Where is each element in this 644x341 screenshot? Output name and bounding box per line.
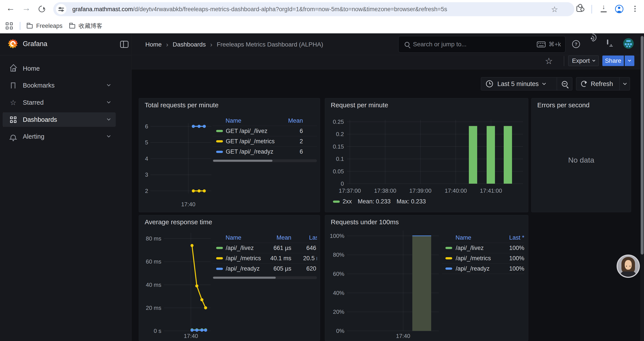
collapse-sidebar-icon[interactable] bbox=[120, 41, 128, 48]
sidebar-item-bookmarks[interactable]: Bookmarks bbox=[3, 78, 116, 93]
floating-assistant-avatar[interactable] bbox=[616, 254, 640, 278]
panel-title[interactable]: Errors per second bbox=[537, 101, 590, 109]
back-icon[interactable]: ← bbox=[4, 3, 17, 13]
svg-text:0.05: 0.05 bbox=[333, 168, 344, 175]
legend-header-mean[interactable]: Mean bbox=[265, 117, 303, 124]
panel-errors-per-second: Errors per second No data bbox=[531, 98, 631, 212]
extensions-icon[interactable] bbox=[576, 6, 582, 12]
grafana-sidebar: Grafana Home Bookmarks ☆ Starred Dashboa… bbox=[0, 33, 132, 341]
star-dashboard-icon[interactable]: ☆ bbox=[545, 56, 553, 66]
home-icon bbox=[9, 66, 17, 72]
refresh-interval-button[interactable] bbox=[620, 78, 630, 90]
legend-header-name[interactable]: Name bbox=[212, 234, 265, 241]
legend-row[interactable]: /api/_/livez 661 µs 646 µs bbox=[212, 243, 317, 253]
legend-table: Name Mean GET /api/_/livez 6 GET /api/_/… bbox=[212, 116, 317, 162]
svg-text:100%: 100% bbox=[330, 233, 344, 239]
legend-row[interactable]: /api/_/readyz 100% bbox=[442, 263, 524, 274]
bookmark-star-icon[interactable]: ☆ bbox=[551, 5, 558, 14]
legend-row[interactable]: GET /api/_/metrics 2 bbox=[212, 136, 317, 147]
svg-text:4: 4 bbox=[145, 155, 148, 162]
address-bar[interactable]: grafana.mathmast.com/d/deytv4rwavabkb/fr… bbox=[53, 2, 574, 16]
panel-average-response-time: Average response time 80 ms60 ms40 ms20 … bbox=[139, 215, 320, 341]
user-avatar[interactable] bbox=[623, 38, 634, 49]
sidebar-item-label: Home bbox=[23, 65, 40, 72]
panel-title[interactable]: Request per minute bbox=[331, 101, 388, 109]
svg-text:2: 2 bbox=[145, 188, 148, 194]
series-swatch bbox=[216, 268, 223, 270]
legend-header-last[interactable]: Last * bbox=[291, 234, 317, 241]
legend-row[interactable]: GET /api/_/livez 6 bbox=[212, 126, 317, 136]
sidebar-item-starred[interactable]: ☆ Starred bbox=[3, 95, 116, 110]
breadcrumb-home[interactable]: Home bbox=[145, 41, 162, 48]
sidebar-item-dashboards[interactable]: Dashboards bbox=[3, 112, 116, 127]
legend-scrollbar[interactable] bbox=[212, 159, 317, 162]
svg-text:17:40: 17:40 bbox=[181, 201, 195, 208]
svg-text:60 ms: 60 ms bbox=[146, 258, 161, 265]
chevron-down-icon bbox=[592, 59, 595, 62]
sidebar-item-alerting[interactable]: Alerting bbox=[3, 129, 116, 144]
legend-row[interactable]: /api/_/readyz 605 µs 620 µs bbox=[212, 263, 317, 274]
legend-header-name[interactable]: Name bbox=[442, 234, 494, 241]
browser-menu-icon[interactable] bbox=[634, 6, 636, 7]
zoom-out-button[interactable] bbox=[557, 78, 572, 90]
breadcrumb-dashboards[interactable]: Dashboards bbox=[173, 41, 206, 48]
refresh-icon bbox=[580, 80, 588, 88]
folder-icon bbox=[69, 24, 75, 29]
help-icon[interactable]: ? bbox=[572, 40, 580, 48]
apps-grid-icon[interactable] bbox=[6, 22, 13, 30]
export-button[interactable]: Export bbox=[568, 56, 599, 66]
svg-text:17:41:00: 17:41:00 bbox=[480, 187, 502, 194]
panel-title[interactable]: Average response time bbox=[145, 218, 212, 226]
bar-chart[interactable]: 0.250.20.150.10.05017:37:0017:38:0017:39… bbox=[325, 98, 528, 212]
search-box[interactable]: ⌘+k bbox=[398, 36, 566, 53]
folder-icon bbox=[27, 24, 33, 29]
svg-text:0 s: 0 s bbox=[154, 327, 161, 334]
site-settings-icon[interactable] bbox=[56, 4, 66, 15]
star-icon: ☆ bbox=[9, 99, 17, 106]
legend-table: Name Last * /api/_/livez 100% /api/_/met… bbox=[442, 233, 524, 274]
svg-text:0.25: 0.25 bbox=[333, 119, 344, 125]
page-scrollbar[interactable] bbox=[640, 33, 644, 341]
panel-title[interactable]: Requests under 100ms bbox=[331, 218, 399, 226]
search-input[interactable] bbox=[413, 41, 496, 48]
profile-icon[interactable] bbox=[615, 5, 624, 13]
sidebar-item-label: Alerting bbox=[23, 133, 44, 140]
svg-text:20 ms: 20 ms bbox=[146, 304, 161, 311]
chevron-down-icon[interactable] bbox=[108, 118, 110, 122]
legend-item[interactable]: 2xx bbox=[333, 198, 352, 205]
chevron-down-icon[interactable] bbox=[108, 101, 110, 104]
sidebar-item-home[interactable]: Home bbox=[3, 61, 116, 76]
reload-icon[interactable] bbox=[37, 5, 46, 14]
legend-header-name[interactable]: Name bbox=[212, 117, 265, 124]
share-menu-button[interactable] bbox=[625, 56, 634, 66]
panel-title[interactable]: Total requests per minute bbox=[145, 101, 218, 109]
legend-header-mean[interactable]: Mean bbox=[265, 234, 291, 241]
svg-text:17:38:00: 17:38:00 bbox=[374, 187, 396, 194]
bookmark-folder-label: 收藏博客 bbox=[79, 22, 102, 30]
forward-icon[interactable]: → bbox=[20, 3, 32, 13]
chevron-down-icon bbox=[628, 59, 631, 62]
downloads-icon[interactable]: ↓ bbox=[600, 4, 608, 14]
refresh-button[interactable]: Refresh bbox=[576, 77, 630, 90]
time-range-picker[interactable]: Last 5 minutes bbox=[481, 77, 572, 90]
bookmark-folder-freeleaps[interactable]: Freeleaps bbox=[23, 20, 66, 32]
scrollbar-thumb[interactable] bbox=[641, 36, 644, 254]
share-button[interactable]: Share bbox=[602, 56, 624, 66]
search-icon bbox=[405, 42, 410, 47]
legend-header-last[interactable]: Last * bbox=[494, 234, 524, 241]
chevron-down-icon[interactable] bbox=[108, 83, 110, 87]
series-swatch bbox=[446, 267, 452, 270]
bookmark-folder-blogs[interactable]: 收藏博客 bbox=[66, 20, 106, 32]
kiosk-monitor-icon[interactable] bbox=[607, 40, 608, 44]
sidebar-item-label: Dashboards bbox=[23, 116, 57, 123]
legend-row[interactable]: /api/_/metrics 40.1 ms 20.5 ms bbox=[212, 253, 317, 263]
chevron-down-icon[interactable] bbox=[108, 135, 110, 138]
grafana-logo-icon[interactable] bbox=[8, 38, 18, 50]
bookmark-icon bbox=[9, 83, 17, 88]
series-swatch bbox=[446, 247, 452, 249]
svg-text:80%: 80% bbox=[333, 251, 344, 258]
legend-row[interactable]: GET /api/_/readyz 6 bbox=[212, 147, 317, 157]
legend-scrollbar[interactable] bbox=[212, 276, 317, 279]
legend-row[interactable]: /api/_/livez 100% bbox=[442, 243, 524, 253]
legend-row[interactable]: /api/_/metrics 100% bbox=[442, 253, 524, 263]
